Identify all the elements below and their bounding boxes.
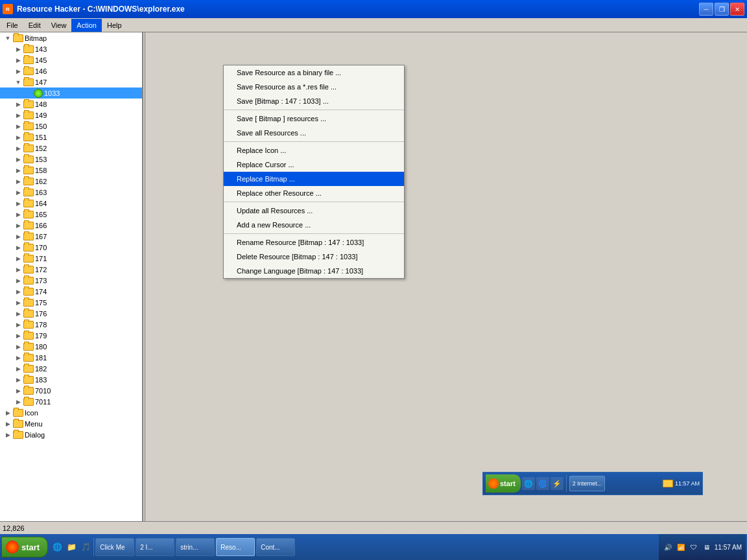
minimize-button[interactable]: ─ [699, 3, 713, 16]
tree-item-173[interactable]: ▶ 173 [0, 275, 142, 286]
menu-edit[interactable]: Edit [23, 19, 46, 32]
menu-save-bitmap-147[interactable]: Save [Bitmap : 147 : 1033] ... [224, 94, 404, 108]
tree-item-143[interactable]: ▶ 143 [0, 43, 142, 54]
embedded-folder-icon[interactable] [663, 480, 673, 487]
tree-item-bitmap[interactable]: ▼ Bitmap [0, 32, 142, 43]
tree-item-152[interactable]: ▶ 152 [0, 143, 142, 154]
tree-item-171[interactable]: ▶ 171 [0, 253, 142, 264]
tree-item-175[interactable]: ▶ 175 [0, 297, 142, 308]
tree-item-165[interactable]: ▶ 165 [0, 209, 142, 220]
folder-icon-183 [23, 376, 34, 384]
folder-icon-170 [23, 244, 34, 251]
tree-item-181[interactable]: ▶ 181 [0, 352, 142, 363]
tree-item-174[interactable]: ▶ 174 [0, 286, 142, 297]
ql-browser-icon[interactable]: 🌐 [51, 541, 64, 554]
tree-item-146[interactable]: ▶ 146 [0, 65, 142, 76]
embedded-icon-2[interactable]: 🌀 [536, 477, 549, 490]
menu-action[interactable]: Action [71, 19, 102, 32]
status-text: 12,826 [3, 524, 25, 532]
folder-icon-143 [23, 45, 34, 53]
menu-save-all[interactable]: Save all Resources ... [224, 126, 404, 140]
expand-icon: ▶ [13, 388, 23, 394]
embedded-start-icon [488, 478, 499, 489]
embedded-icon-3[interactable]: ⚡ [551, 477, 563, 490]
tree-item-170[interactable]: ▶ 170 [0, 242, 142, 253]
tree-item-180[interactable]: ▶ 180 [0, 341, 142, 352]
menu-save-bitmap-group[interactable]: Save [ Bitmap ] resources ... [224, 111, 404, 126]
folder-icon-173 [23, 277, 34, 285]
tree-item-163[interactable]: ▶ 163 [0, 187, 142, 198]
folder-icon-167 [23, 233, 34, 240]
tree-item-178[interactable]: ▶ 178 [0, 319, 142, 330]
tree-item-172[interactable]: ▶ 172 [0, 264, 142, 275]
tree-label-174: 174 [35, 288, 47, 296]
ql-winamp-icon[interactable]: 🎵 [79, 541, 92, 554]
tree-item-150[interactable]: ▶ 150 [0, 121, 142, 132]
tree-item-158[interactable]: ▶ 158 [0, 165, 142, 176]
tree-item-dialog[interactable]: ▶ Dialog [0, 429, 142, 440]
menu-rename-resource[interactable]: Rename Resource [Bitmap : 147 : 1033] [224, 235, 404, 250]
action-dropdown-menu: Save Resource as a binary file ... Save … [223, 65, 405, 279]
menu-save-res[interactable]: Save Resource as a *.res file ... [224, 80, 404, 94]
tree-item-151[interactable]: ▶ 151 [0, 132, 142, 143]
tree-item-182[interactable]: ▶ 182 [0, 363, 142, 374]
tree-item-7010[interactable]: ▶ 7010 [0, 385, 142, 396]
menu-update-all[interactable]: Update all Resources ... [224, 204, 404, 218]
menu-help[interactable]: Help [102, 19, 127, 32]
tray-volume-icon[interactable]: 🔊 [663, 542, 673, 552]
menu-delete-resource[interactable]: Delete Resource [Bitmap : 147 : 1033] [224, 250, 404, 264]
tree-item-179[interactable]: ▶ 179 [0, 330, 142, 341]
menu-replace-bitmap[interactable]: Replace Bitmap ... [224, 172, 404, 186]
menu-file[interactable]: File [1, 19, 23, 32]
folder-icon-165 [23, 211, 34, 218]
tree-item-162[interactable]: ▶ 162 [0, 176, 142, 187]
menu-save-binary[interactable]: Save Resource as a binary file ... [224, 65, 404, 80]
tree-item-147[interactable]: ▼ 147 [0, 76, 142, 88]
menu-add-new[interactable]: Add a new Resource ... [224, 218, 404, 232]
taskbar-item-reso-label: Reso... [220, 544, 241, 551]
folder-icon-162 [23, 178, 34, 185]
tree-item-145[interactable]: ▶ 145 [0, 54, 142, 65]
tree-item-183[interactable]: ▶ 183 [0, 374, 142, 385]
embedded-taskitem-internet[interactable]: 2 Internet... [569, 476, 606, 491]
tray-display-icon[interactable]: 🖥 [702, 542, 712, 552]
tray-network-icon[interactable]: 📶 [676, 542, 686, 552]
start-button[interactable]: start [1, 537, 48, 557]
quick-launch-bar: 🌐 📁 🎵 [49, 538, 94, 556]
tree-item-167[interactable]: ▶ 167 [0, 231, 142, 242]
embedded-icon-1[interactable]: 🌐 [522, 477, 535, 490]
tree-label-menu: Menu [25, 420, 43, 428]
tree-item-icon[interactable]: ▶ Icon [0, 407, 142, 418]
tree-item-176[interactable]: ▶ 176 [0, 308, 142, 319]
tree-item-149[interactable]: ▶ 149 [0, 110, 142, 121]
taskbar-item-strin[interactable]: strin... [176, 538, 215, 556]
menu-view[interactable]: View [46, 19, 72, 32]
tree-item-148[interactable]: ▶ 148 [0, 99, 142, 110]
system-tray: 🔊 📶 🛡 🖥 11:57 AM [659, 534, 746, 560]
ql-media-icon[interactable]: 📁 [65, 541, 78, 554]
restore-button[interactable]: ❐ [715, 3, 729, 16]
taskbar-item-cont[interactable]: Cont... [256, 538, 295, 556]
expand-icon: ▶ [13, 344, 23, 350]
tree-item-1033[interactable]: 1033 [0, 88, 142, 99]
tray-security-icon[interactable]: 🛡 [689, 542, 699, 552]
taskbar-item-clickme[interactable]: Click Me [95, 538, 134, 556]
taskbar-item-2i[interactable]: 2 I... [136, 538, 174, 556]
menu-change-language[interactable]: Change Language [Bitmap : 147 : 1033] [224, 264, 404, 278]
tree-label-180: 180 [35, 343, 47, 351]
menu-replace-other[interactable]: Replace other Resource ... [224, 186, 404, 200]
folder-icon-174 [23, 288, 34, 296]
tree-item-166[interactable]: ▶ 166 [0, 220, 142, 231]
tree-item-7011[interactable]: ▶ 7011 [0, 396, 142, 407]
taskbar-item-strin-label: strin... [180, 544, 198, 551]
menu-replace-icon[interactable]: Replace Icon ... [224, 143, 404, 158]
taskbar-item-reso[interactable]: Reso... [216, 538, 255, 556]
menu-replace-cursor[interactable]: Replace Cursor ... [224, 158, 404, 172]
expand-icon: ▶ [13, 277, 23, 284]
embedded-start-button[interactable]: start [486, 474, 521, 493]
close-button[interactable]: ✕ [730, 3, 744, 16]
tree-label-147: 147 [35, 78, 47, 86]
tree-item-menu[interactable]: ▶ Menu [0, 418, 142, 429]
tree-item-164[interactable]: ▶ 164 [0, 198, 142, 209]
tree-item-153[interactable]: ▶ 153 [0, 154, 142, 165]
